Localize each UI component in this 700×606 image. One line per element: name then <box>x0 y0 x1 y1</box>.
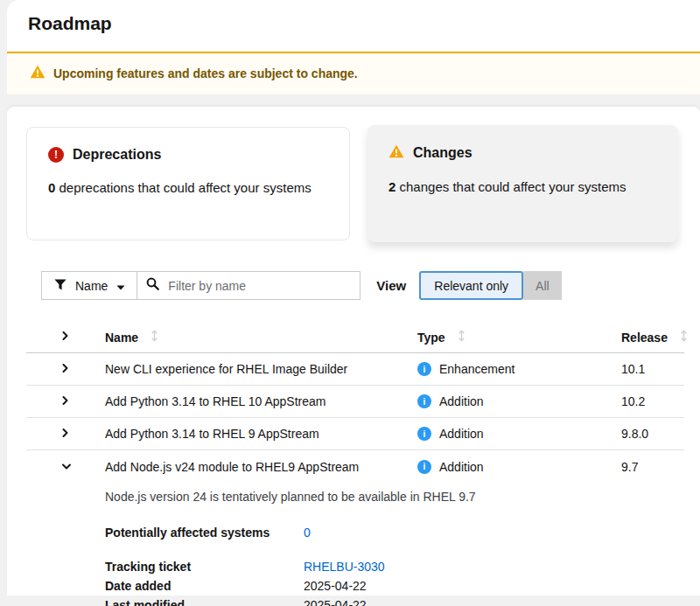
tracking-ticket-link[interactable]: RHELBU-3030 <box>304 560 385 574</box>
page-title: Roadmap <box>28 13 700 52</box>
danger-circle-icon: ! <box>48 147 64 163</box>
info-circle-icon: i <box>417 460 431 474</box>
table-row-expanded: Add Node.js v24 module to RHEL9 AppStrea… <box>26 450 684 483</box>
changes-text: changes that could affect your systems <box>400 179 626 194</box>
deprecations-card-title-text: Deprecations <box>73 147 161 163</box>
row-name: Add Python 3.14 to RHEL 9 AppStream <box>105 427 417 441</box>
search-box[interactable] <box>136 271 360 300</box>
search-input[interactable] <box>166 278 351 294</box>
info-circle-icon: i <box>417 362 431 376</box>
affected-systems-link[interactable]: 0 <box>304 526 311 540</box>
deprecations-card-body: 0 deprecations that could affect your sy… <box>48 180 328 195</box>
info-circle-icon: i <box>417 394 431 408</box>
content-section: ! Deprecations 0 deprecations that could… <box>7 107 700 596</box>
row-name: Add Node.js v24 module to RHEL9 AppStrea… <box>105 460 417 474</box>
row-release: 9.7 <box>621 460 684 474</box>
detail-field-label: Date added <box>105 579 304 593</box>
warning-triangle-icon <box>388 144 404 162</box>
table-header-row: Name Type Release <box>26 322 684 353</box>
expand-all-button[interactable] <box>26 331 105 344</box>
deprecations-text: deprecations that could affect your syst… <box>60 180 312 195</box>
deprecations-count: 0 <box>48 180 55 195</box>
roadmap-table: Name Type Release <box>26 322 684 606</box>
view-label: View <box>376 278 406 293</box>
sort-arrows-icon <box>680 330 688 345</box>
detail-field-date-added: Date added 2025-04-22 <box>105 579 684 593</box>
row-type: i Enhancement <box>417 362 621 376</box>
summary-cards: ! Deprecations 0 deprecations that could… <box>7 107 700 242</box>
warning-triangle-icon <box>30 65 46 81</box>
chevron-down-icon <box>59 462 72 471</box>
filter-toolbar: Name View Relevant only All <box>41 271 700 300</box>
name-filter-dropdown[interactable]: Name <box>41 271 136 300</box>
column-header-release[interactable]: Release <box>621 330 688 345</box>
detail-description: Node.js version 24 is tentatively planne… <box>105 490 684 504</box>
row-detail-panel: Node.js version 24 is tentatively planne… <box>26 483 684 606</box>
alert-text: Upcoming features and dates are subject … <box>53 66 358 80</box>
caret-down-icon <box>116 279 125 293</box>
warning-alert: Upcoming features and dates are subject … <box>7 52 700 94</box>
row-name: New CLI experience for RHEL Image Builde… <box>105 362 417 376</box>
changes-card-title-text: Changes <box>413 145 472 161</box>
column-header-name[interactable]: Name <box>105 330 417 345</box>
chevron-right-icon <box>60 395 70 408</box>
table-row: New CLI experience for RHEL Image Builde… <box>26 353 684 386</box>
view-toggle-relevant-only[interactable]: Relevant only <box>419 271 523 300</box>
chevron-right-icon <box>60 331 70 344</box>
sort-arrows-icon <box>150 330 158 345</box>
chevron-right-icon <box>60 428 70 441</box>
row-release: 9.8.0 <box>621 427 684 441</box>
row-type: i Addition <box>417 427 621 441</box>
changes-card-title: Changes <box>388 144 657 162</box>
search-icon <box>146 277 159 294</box>
detail-field-label: Tracking ticket <box>105 560 304 574</box>
table-row: Add Python 3.14 to RHEL 10 AppStream i A… <box>26 386 684 418</box>
roadmap-page: Roadmap Upcoming features and dates are … <box>7 0 700 606</box>
chevron-right-icon <box>60 363 70 376</box>
deprecations-card[interactable]: ! Deprecations 0 deprecations that could… <box>26 127 350 240</box>
view-toggle-group: Relevant only All <box>419 271 561 300</box>
changes-count: 2 <box>388 179 396 194</box>
detail-field-label: Potentially affected systems <box>105 526 304 540</box>
detail-field-tracking-ticket: Tracking ticket RHELBU-3030 <box>105 560 684 574</box>
view-toggle-all[interactable]: All <box>523 271 562 300</box>
deprecations-card-title: ! Deprecations <box>48 147 328 163</box>
changes-card-body: 2 changes that could affect your systems <box>388 179 657 194</box>
sort-arrows-icon <box>458 330 466 345</box>
column-header-type[interactable]: Type <box>417 330 621 345</box>
row-collapse-button[interactable] <box>26 460 105 473</box>
row-type: i Addition <box>417 394 621 408</box>
filter-dropdown-label: Name <box>75 279 108 293</box>
row-expand-button[interactable] <box>26 395 105 408</box>
info-circle-icon: i <box>417 427 431 441</box>
detail-field-value: 2025-04-22 <box>304 598 367 606</box>
row-expand-button[interactable] <box>26 428 105 441</box>
row-release: 10.1 <box>621 362 684 376</box>
page-header: Roadmap <box>7 0 700 52</box>
table-row: Add Python 3.14 to RHEL 9 AppStream i Ad… <box>26 418 684 450</box>
detail-field-value: 2025-04-22 <box>304 579 367 593</box>
detail-field-label: Last modified <box>105 598 304 606</box>
row-type: i Addition <box>417 460 621 474</box>
detail-field-last-modified: Last modified 2025-04-22 <box>105 598 684 606</box>
changes-card[interactable]: Changes 2 changes that could affect your… <box>368 125 678 242</box>
detail-field-affected-systems: Potentially affected systems 0 <box>105 526 684 540</box>
row-name: Add Python 3.14 to RHEL 10 AppStream <box>105 394 417 408</box>
filter-icon <box>54 279 66 293</box>
row-expand-button[interactable] <box>26 363 105 376</box>
row-release: 10.2 <box>621 394 684 408</box>
